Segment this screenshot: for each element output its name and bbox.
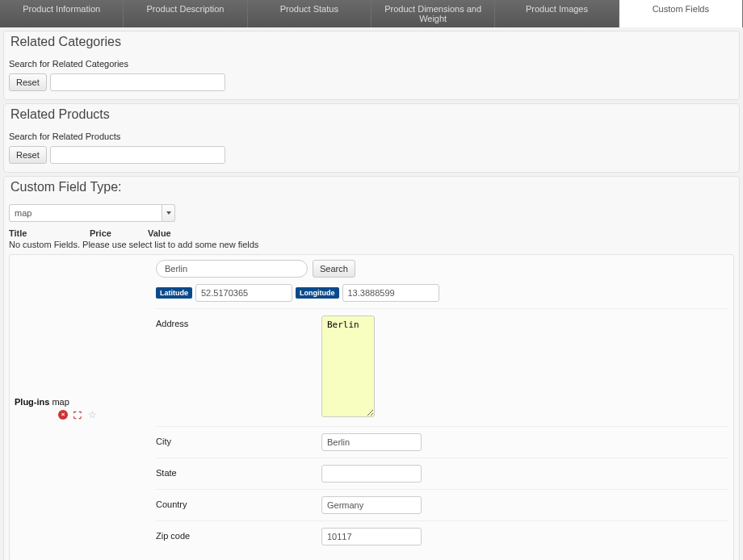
delete-icon[interactable]: ×	[58, 410, 68, 420]
longitude-input[interactable]	[342, 284, 439, 302]
expand-icon[interactable]: ⛶	[73, 410, 82, 420]
panel-title-related-categories: Related Categories	[7, 35, 124, 49]
chevron-down-icon[interactable]	[162, 204, 175, 222]
tab-product-status[interactable]: Product Status	[248, 0, 372, 27]
custom-field-type-select[interactable]	[9, 204, 175, 222]
label-search-related-categories: Search for Related Categories	[9, 59, 734, 69]
reset-button-categories[interactable]: Reset	[9, 73, 47, 91]
search-input-categories[interactable]	[50, 73, 225, 91]
plugin-label-name: map	[49, 397, 69, 407]
address-textarea[interactable]: Berlin	[321, 316, 375, 417]
longitude-badge: Longitude	[296, 287, 339, 299]
tab-product-description[interactable]: Product Description	[124, 0, 247, 27]
label-country: Country	[156, 496, 321, 509]
search-input-products[interactable]	[50, 146, 225, 164]
latitude-input[interactable]	[195, 284, 292, 302]
label-address: Address	[156, 316, 321, 328]
map-search-button[interactable]: Search	[313, 260, 355, 278]
label-zip: Zip code	[156, 528, 321, 541]
panel-title-related-products: Related Products	[7, 107, 113, 122]
zip-input[interactable]	[321, 528, 422, 545]
tab-product-images[interactable]: Product Images	[495, 0, 619, 27]
tab-custom-fields[interactable]: Custom Fields	[619, 0, 743, 27]
map-form-area: Plug-ins map × ⛶ ☆ Search Latitude Longi…	[9, 254, 734, 560]
col-price: Price	[90, 228, 148, 238]
reset-button-products[interactable]: Reset	[9, 146, 47, 164]
city-input[interactable]	[321, 433, 422, 451]
custom-fields-header-row: Title Price Value	[9, 228, 734, 238]
label-search-related-products: Search for Related Products	[9, 132, 734, 141]
tab-product-dimensions[interactable]: Product Dimensions and Weight	[372, 0, 495, 27]
plugin-icon-row: × ⛶ ☆	[58, 410, 146, 420]
star-icon[interactable]: ☆	[87, 410, 97, 420]
state-input[interactable]	[321, 465, 422, 483]
latitude-badge: Latitude	[156, 287, 192, 299]
label-city: City	[156, 433, 321, 446]
map-search-input[interactable]	[156, 260, 308, 278]
plugin-label: Plug-ins map	[15, 397, 146, 407]
col-value: Value	[148, 228, 734, 238]
tab-product-information[interactable]: Product Information	[0, 0, 124, 27]
country-input[interactable]	[321, 496, 422, 514]
panel-custom-field-type: Custom Field Type: Title Price Value No …	[3, 176, 740, 560]
tab-bar: Product Information Product Description …	[0, 0, 743, 27]
panel-title-custom-field-type: Custom Field Type:	[7, 180, 125, 194]
custom-fields-empty-message: No custom Fields. Please use select list…	[9, 240, 734, 249]
col-title: Title	[9, 228, 90, 238]
panel-related-products: Related Products Search for Related Prod…	[3, 103, 740, 173]
label-state: State	[156, 465, 321, 478]
plugin-label-bold: Plug-ins	[15, 397, 49, 407]
custom-field-type-value[interactable]	[9, 204, 162, 222]
panel-related-categories: Related Categories Search for Related Ca…	[3, 31, 740, 100]
